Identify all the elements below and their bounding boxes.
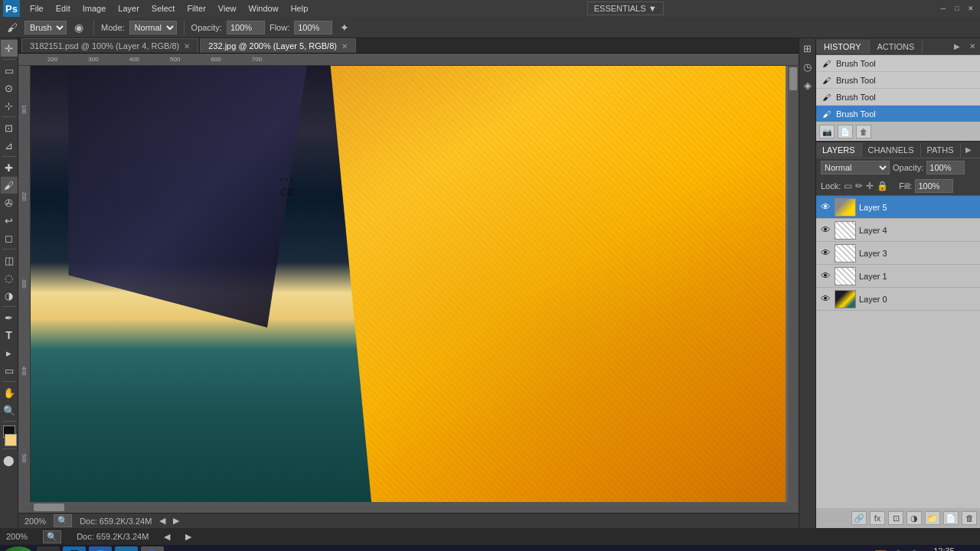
layer-visibility-4[interactable]: 👁 (819, 224, 831, 236)
fill-value[interactable] (915, 179, 953, 193)
layers-close-arrow[interactable]: ✕ (976, 143, 980, 156)
minimize-button[interactable]: ─ (937, 2, 949, 15)
vertical-scrollbar[interactable] (788, 66, 799, 502)
layer-blend-mode-select[interactable]: Normal (821, 161, 890, 174)
canvas-image[interactable]: • • • cc (31, 66, 788, 502)
background-color[interactable] (5, 434, 17, 446)
flow-input[interactable] (294, 21, 332, 34)
lock-image-icon[interactable]: ✏ (855, 181, 863, 191)
history-item-4[interactable]: 🖌 Brush Tool (816, 106, 980, 122)
add-mask-button[interactable]: ⊡ (888, 511, 903, 525)
menu-file[interactable]: File (24, 2, 49, 15)
delete-state-button[interactable]: 🗑 (856, 125, 871, 139)
gradient-tool[interactable]: ◫ (1, 252, 18, 269)
new-snapshot-button[interactable]: 📷 (819, 125, 835, 139)
layer-item-1[interactable]: 👁 Layer 1 (816, 265, 980, 288)
airbrush-icon[interactable]: ✦ (337, 20, 352, 35)
selection-tool[interactable]: ▭ (1, 62, 18, 79)
layer-item-5[interactable]: 👁 Layer 5 (816, 196, 980, 219)
layer-item-0[interactable]: 👁 Layer 0 (816, 288, 980, 311)
workspace-selector[interactable]: ESSENTIALS ▼ (587, 2, 664, 15)
tab-close-1[interactable]: ✕ (184, 42, 190, 51)
status-zoom-btn[interactable]: 🔍 (43, 530, 61, 543)
zoom-tool[interactable]: 🔍 (1, 402, 18, 419)
tab-history[interactable]: HISTORY (816, 40, 870, 54)
panel-close-arrow[interactable]: ✕ (965, 40, 980, 53)
link-layers-button[interactable]: 🔗 (851, 511, 867, 525)
shape-tool[interactable]: ▭ (1, 362, 18, 379)
panel-menu-arrow[interactable]: ▶ (949, 40, 965, 53)
tab-channels[interactable]: CHANNELS (862, 143, 921, 157)
panel-icon-layers[interactable]: ⊞ (801, 41, 815, 55)
tab-paths[interactable]: PATHS (921, 143, 961, 157)
layer-visibility-0[interactable]: 👁 (819, 293, 831, 305)
menu-help[interactable]: Help (286, 2, 314, 15)
lock-transparent-icon[interactable]: ▭ (844, 181, 852, 191)
start-button[interactable]: ⊞ (3, 546, 34, 551)
eraser-tool[interactable]: ◻ (1, 230, 18, 246)
tab-close-2[interactable]: ✕ (341, 42, 348, 51)
path-selection-tool[interactable]: ▸ (1, 344, 18, 361)
status-nav-right[interactable]: ▶ (185, 532, 191, 542)
tab-file1[interactable]: 3182151.psd @ 100% (Layer 4, RGB/8) ✕ (21, 38, 198, 53)
new-document-button[interactable]: 📄 (838, 125, 853, 139)
menu-view[interactable]: View (213, 2, 242, 15)
history-brush-tool[interactable]: ↩ (1, 212, 18, 229)
delete-layer-button[interactable]: 🗑 (962, 511, 977, 525)
taskbar-browser[interactable]: 🌐 (89, 546, 112, 551)
pen-tool[interactable]: ✒ (1, 309, 18, 326)
tab-file2[interactable]: 232.jpg @ 200% (Layer 5, RGB/8) ✕ (200, 38, 356, 53)
status-nav-left[interactable]: ◀ (164, 532, 170, 542)
opacity-value[interactable] (926, 161, 965, 174)
brush-tool[interactable]: 🖌 (1, 177, 18, 194)
tab-layers[interactable]: LAYERS (816, 143, 862, 157)
lasso-tool[interactable]: ⊙ (1, 80, 18, 96)
menu-image[interactable]: Image (77, 2, 112, 15)
new-group-button[interactable]: 📁 (925, 511, 940, 525)
adjustment-layer-button[interactable]: ◑ (906, 511, 922, 525)
layer-item-3[interactable]: 👁 Layer 3 (816, 242, 980, 265)
opacity-input[interactable] (227, 21, 265, 34)
menu-filter[interactable]: Filter (181, 2, 211, 15)
panel-icon-adjustments[interactable]: ◈ (801, 78, 815, 92)
taskbar-photoshop[interactable]: Ps (115, 546, 138, 551)
horizontal-scrollbar[interactable] (18, 502, 799, 513)
new-layer-button[interactable]: 📄 (943, 511, 959, 525)
layers-menu-arrow[interactable]: ▶ (961, 143, 976, 156)
layer-item-4[interactable]: 👁 Layer 4 (816, 219, 980, 242)
move-tool[interactable]: ✛ (1, 40, 18, 57)
panel-icon-history[interactable]: ◷ (801, 60, 815, 73)
taskbar-explorer[interactable]: 📁 (37, 546, 60, 551)
healing-brush-tool[interactable]: ✚ (1, 159, 18, 176)
history-item-2[interactable]: 🖌 Brush Tool (816, 72, 980, 89)
history-item-1[interactable]: 🖌 Brush Tool (816, 55, 980, 72)
tab-actions[interactable]: ACTIONS (870, 40, 923, 54)
eyedropper-tool[interactable]: ⊿ (1, 137, 18, 154)
taskbar-other[interactable]: 👤 (141, 546, 164, 551)
dodge-tool[interactable]: ◑ (1, 287, 18, 304)
canvas-container[interactable]: 100 200 300 400 500 • • • (18, 66, 799, 502)
taskbar-skype[interactable]: 💬 (63, 546, 86, 551)
menu-layer[interactable]: Layer (113, 2, 145, 15)
nav-arrow-right[interactable]: ▶ (173, 516, 179, 526)
blur-tool[interactable]: ◌ (1, 269, 18, 286)
menu-edit[interactable]: Edit (51, 2, 76, 15)
clone-stamp-tool[interactable]: ✇ (1, 194, 18, 211)
brush-preset-dropdown[interactable]: Brush (24, 21, 67, 34)
hand-tool[interactable]: ✋ (1, 384, 18, 401)
quick-mask-mode[interactable]: ⬤ (1, 452, 18, 468)
menu-select[interactable]: Select (146, 2, 181, 15)
history-item-3[interactable]: 🖌 Brush Tool (816, 89, 980, 106)
layer-visibility-5[interactable]: 👁 (819, 201, 831, 214)
restore-button[interactable]: □ (951, 2, 963, 15)
close-button[interactable]: ✕ (965, 2, 977, 15)
lock-position-icon[interactable]: ✛ (866, 181, 874, 191)
blend-mode-dropdown[interactable]: Normal (129, 21, 177, 34)
layer-visibility-3[interactable]: 👁 (819, 247, 831, 259)
lock-all-icon[interactable]: 🔒 (877, 181, 888, 191)
layer-effects-button[interactable]: fx (870, 511, 885, 525)
menu-window[interactable]: Window (243, 2, 284, 15)
text-tool[interactable]: T (1, 327, 18, 344)
magic-wand-tool[interactable]: ⊹ (1, 97, 18, 114)
layer-visibility-1[interactable]: 👁 (819, 270, 831, 282)
